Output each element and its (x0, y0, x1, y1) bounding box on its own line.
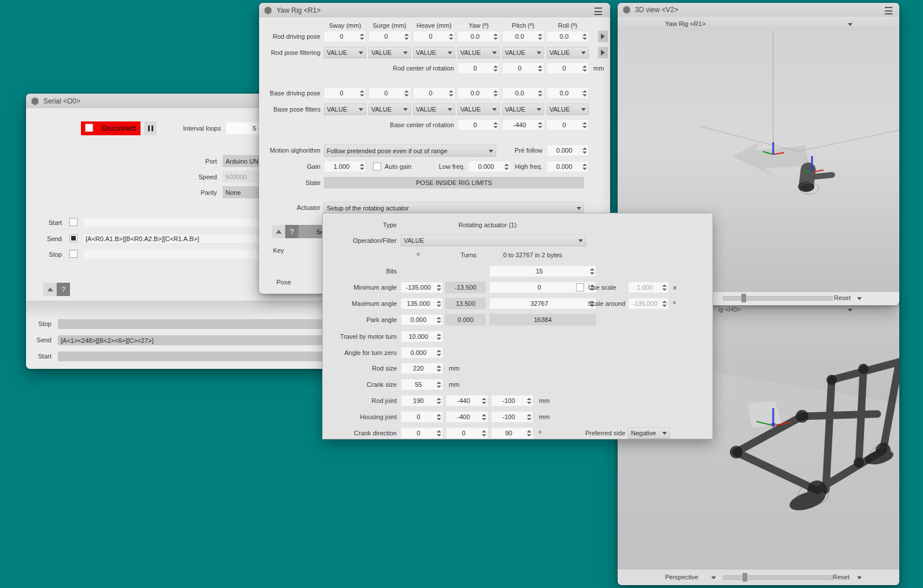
zoom-slider-thumb[interactable] (743, 573, 747, 582)
pre-follow-spinner[interactable]: 0.000 (547, 145, 589, 156)
spinner-arrows-icon[interactable] (436, 411, 442, 423)
housing-joint-z-spinner[interactable]: -100 (491, 411, 533, 423)
base-pose-roll-spinner[interactable]: 0.0 (547, 87, 589, 99)
spinner-arrows-icon[interactable] (493, 87, 499, 99)
zoom-slider-thumb[interactable] (741, 294, 746, 302)
rod-pose-heave-spinner[interactable]: 0 (413, 31, 455, 42)
spinner-arrows-icon[interactable] (448, 87, 454, 99)
rod-joint-x-spinner[interactable]: 190 (401, 395, 443, 406)
base-filter-yaw-dropdown[interactable]: VALUE (457, 103, 500, 115)
reset-view-button[interactable]: Reset (833, 574, 850, 580)
use-scale-spinner[interactable]: 1.000 (628, 282, 669, 293)
rod-center-y-spinner[interactable]: 0 (502, 62, 544, 74)
rod-center-x-spinner[interactable]: 0 (457, 62, 500, 74)
base-center-y-spinner[interactable]: -440 (502, 119, 544, 131)
chevron-down-icon[interactable] (857, 576, 862, 579)
bits-spinner[interactable]: 15 (489, 265, 596, 277)
base-filter-surge-dropdown[interactable]: VALUE (368, 103, 411, 115)
spinner-arrows-icon[interactable] (662, 282, 667, 293)
spinner-arrows-icon[interactable] (589, 265, 595, 277)
angle-zero-spinner[interactable]: 0.000 (401, 347, 443, 358)
spinner-arrows-icon[interactable] (436, 395, 442, 406)
travel-spinner[interactable]: 10.000 (401, 331, 443, 342)
spinner-arrows-icon[interactable] (436, 347, 442, 358)
view2-rig-selector[interactable]: ig <H0> (718, 306, 741, 313)
rod-pose-surge-spinner[interactable]: 0 (368, 31, 411, 42)
rod-filter-heave-dropdown[interactable]: VALUE (413, 47, 455, 58)
spinner-arrows-icon[interactable] (359, 87, 365, 99)
spinner-arrows-icon[interactable] (582, 161, 588, 172)
reset-view-button[interactable]: Reset (834, 294, 851, 301)
spinner-arrows-icon[interactable] (662, 298, 667, 309)
rod-pose-expand-button[interactable] (598, 31, 608, 42)
preferred-side-dropdown[interactable]: Negative (628, 427, 670, 439)
rod-pose-sway-spinner[interactable]: 0 (324, 31, 366, 42)
housing-joint-y-spinner[interactable]: -400 (446, 411, 488, 423)
collapse-button[interactable] (43, 283, 57, 296)
crank-direction-z-spinner[interactable]: 90 (491, 427, 533, 439)
base-center-z-spinner[interactable]: 0 (547, 119, 589, 131)
spinner-arrows-icon[interactable] (526, 411, 532, 423)
base-filter-pitch-dropdown[interactable]: VALUE (502, 103, 544, 115)
rig-selector-dropdown[interactable]: Yaw Rig <R1> (665, 20, 706, 27)
housing-joint-x-spinner[interactable]: 0 (401, 411, 443, 423)
base-center-x-spinner[interactable]: 0 (457, 119, 500, 131)
rod-filter-expand-button[interactable] (598, 47, 608, 58)
send-checkbox[interactable] (69, 234, 77, 242)
chevron-down-icon[interactable] (848, 23, 852, 26)
use-scale-checkbox[interactable] (576, 283, 584, 291)
base-filter-sway-dropdown[interactable]: VALUE (324, 103, 366, 115)
chevron-down-icon[interactable] (857, 297, 862, 300)
spinner-arrows-icon[interactable] (436, 282, 442, 293)
spinner-arrows-icon[interactable] (537, 119, 543, 131)
spinner-arrows-icon[interactable] (493, 31, 499, 42)
base-filter-roll-dropdown[interactable]: VALUE (547, 103, 589, 115)
window-menu-icon[interactable] (595, 8, 602, 15)
yaw-rig-titlebar[interactable]: Yaw Rig <R1> (259, 3, 610, 17)
projection-dropdown[interactable]: Perspective (665, 574, 698, 580)
high-freq-spinner[interactable]: 0.000 (547, 161, 589, 172)
spinner-arrows-icon[interactable] (582, 62, 588, 74)
operation-filter-dropdown[interactable]: VALUE (401, 235, 586, 246)
window-menu-icon[interactable] (885, 7, 892, 14)
rod-pose-pitch-spinner[interactable]: 0.0 (502, 31, 544, 42)
spinner-arrows-icon[interactable] (436, 314, 442, 326)
scale-around-spinner[interactable]: -135.000 (628, 298, 669, 309)
rod-filter-yaw-dropdown[interactable]: VALUE (457, 47, 500, 58)
spinner-arrows-icon[interactable] (526, 427, 532, 439)
crank-direction-y-spinner[interactable]: 0 (446, 427, 488, 439)
spinner-arrows-icon[interactable] (404, 31, 409, 42)
spinner-arrows-icon[interactable] (582, 145, 588, 156)
park-angle-spinner[interactable]: 0.000 (401, 314, 443, 326)
zoom-slider-track[interactable] (723, 296, 833, 301)
base-pose-heave-spinner[interactable]: 0 (413, 87, 455, 99)
spinner-arrows-icon[interactable] (359, 31, 365, 42)
rod-pose-yaw-spinner[interactable]: 0.0 (457, 31, 500, 42)
chevron-down-icon[interactable] (711, 576, 716, 579)
spinner-arrows-icon[interactable] (436, 331, 442, 342)
view-titlebar[interactable]: 3D view <V2> (618, 3, 899, 17)
spinner-arrows-icon[interactable] (404, 87, 409, 99)
spinner-arrows-icon[interactable] (537, 62, 543, 74)
crank-direction-x-spinner[interactable]: 0 (401, 427, 443, 439)
spinner-arrows-icon[interactable] (436, 363, 442, 374)
rod-size-spinner[interactable]: 220 (401, 363, 443, 374)
spinner-arrows-icon[interactable] (537, 31, 543, 42)
spinner-arrows-icon[interactable] (481, 411, 487, 423)
base-pose-yaw-spinner[interactable]: 0.0 (457, 87, 500, 99)
base-pose-sway-spinner[interactable]: 0 (324, 87, 366, 99)
base-pose-pitch-spinner[interactable]: 0.0 (502, 87, 544, 99)
stop-checkbox[interactable] (69, 250, 77, 258)
chevron-down-icon[interactable] (848, 309, 852, 312)
actuator-help-button[interactable]: ? (285, 225, 298, 238)
spinner-arrows-icon[interactable] (582, 31, 588, 42)
base-pose-surge-spinner[interactable]: 0 (368, 87, 411, 99)
gain-spinner[interactable]: 1.000 (324, 161, 366, 172)
min-angle-spinner[interactable]: -135.000 (401, 282, 443, 293)
actuator-dropdown[interactable]: Setup of the rotating actuator (324, 202, 584, 214)
disconnect-button[interactable]: Disconnect (81, 121, 141, 135)
spinner-arrows-icon[interactable] (481, 427, 487, 439)
actuator-collapse-button[interactable] (272, 225, 285, 238)
rod-joint-z-spinner[interactable]: -100 (491, 395, 533, 406)
rod-filter-sway-dropdown[interactable]: VALUE (324, 47, 366, 58)
